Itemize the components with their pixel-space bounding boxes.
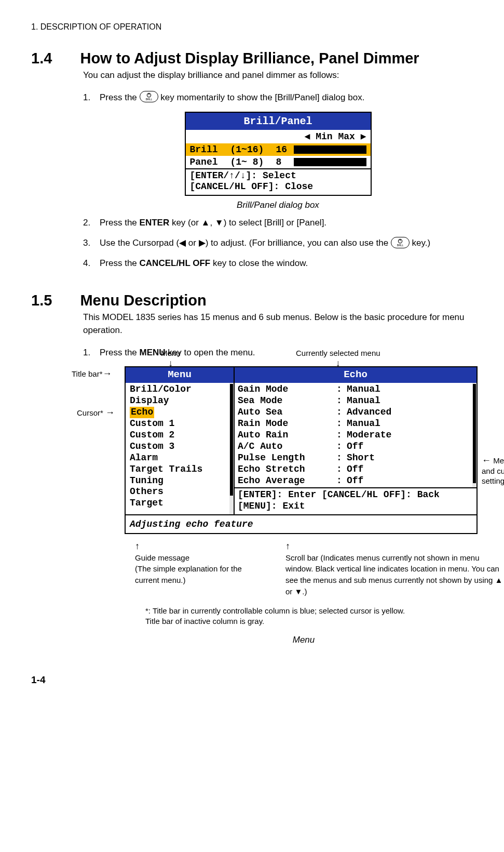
menu-help-box: [ENTER]: Enter [CANCEL/HL OFF]: Back [ME… xyxy=(235,487,476,514)
footnote-line-2: Title bar of inactive column is gray. xyxy=(145,616,503,627)
brill-range: (1~16) xyxy=(230,143,276,156)
step1-a: Press the xyxy=(100,348,140,357)
brill-key-icon-2: BRILL xyxy=(391,237,410,248)
step1-text-b: key momentarily to show the [Brill/Panel… xyxy=(160,92,364,102)
dialog-help: [ENTER/↑/↓]: Select [CANCEL/HL OFF]: Clo… xyxy=(186,168,371,195)
help-line-1: [ENTER/↑/↓]: Select xyxy=(190,170,366,182)
section-number: 1.5 xyxy=(31,289,78,311)
section-1-5: 1.5 Menu Description This MODEL 1835 ser… xyxy=(31,289,473,646)
anno-titlebar: Title bar*→ xyxy=(72,368,112,380)
menu-list[interactable]: Brill/ColorDisplayEchoCustom 1Custom 2Cu… xyxy=(126,383,229,514)
guide-callout-heading: Guide message xyxy=(135,552,254,564)
chapter-header: 1. DESCRIPTION OF OPERATION xyxy=(31,21,473,33)
step4-a: Press the xyxy=(100,258,140,268)
anno-cursor: Cursor* → xyxy=(77,407,115,419)
guide-message: Adjusting echo feature xyxy=(126,514,476,533)
page-number: 1-4 xyxy=(31,673,473,687)
step-1: 1. Press the MENU key to open the menu. xyxy=(83,347,473,360)
setting-row[interactable]: Rain Mode: Manual xyxy=(238,418,469,430)
section-title: Menu Description xyxy=(80,289,206,311)
brill-key-icon: BRILL xyxy=(140,91,158,102)
anno-menu-items: ← Menu items and current settings xyxy=(482,455,504,486)
step4-key: CANCEL/HL OFF xyxy=(140,258,211,268)
menu-left-header: Menu xyxy=(126,367,234,383)
step3-a: Use the Cursorpad (◀ or ▶) to adjust. (F… xyxy=(100,238,388,248)
intro-text: You can adjust the display brilliance an… xyxy=(83,69,473,82)
step-2: 2. Press the ENTER key (or ▲, ▼) to sele… xyxy=(83,217,473,230)
menu-right-column: Echo Gain Mode: ManualSea Mode: ManualAu… xyxy=(235,367,476,514)
dialog-caption: Brill/Panel dialog box xyxy=(83,199,473,212)
left-scrollbar[interactable] xyxy=(229,383,234,514)
step2-c: key (or ▲, ▼) to select [Brill] or [Pane… xyxy=(169,218,326,228)
menu-right-header: Echo xyxy=(235,367,476,383)
menu-figure: Menu↓ Currently selected menu↓ Title bar… xyxy=(104,366,503,646)
section-title: How to Adjust Display Brilliance, Panel … xyxy=(80,47,419,69)
setting-row[interactable]: Auto Sea: Advanced xyxy=(238,407,469,418)
step4-c: key to close the window. xyxy=(210,258,308,268)
panel-row[interactable]: Panel (1~ 8) 8 xyxy=(186,156,371,168)
section-number: 1.4 xyxy=(31,47,78,69)
panel-label: Panel xyxy=(190,155,230,169)
right-scrollbar[interactable] xyxy=(472,383,476,488)
step2-a: Press the xyxy=(100,218,140,228)
panel-bar xyxy=(294,158,366,166)
help-enter: [ENTER]: Enter [CANCEL/HL OFF]: Back xyxy=(238,489,473,501)
setting-row[interactable]: Pulse Length: Short xyxy=(238,452,469,464)
dialog-title: Brill/Panel xyxy=(186,113,371,130)
setting-row[interactable]: Sea Mode: Manual xyxy=(238,395,469,407)
menu-item[interactable]: Custom 1 xyxy=(130,418,226,430)
menu-item[interactable]: Others xyxy=(130,486,226,498)
intro-text: This MODEL 1835 series has 15 menus and … xyxy=(83,311,473,337)
svg-text:BRILL: BRILL xyxy=(145,99,152,101)
arrow-up-icon: ↑ xyxy=(135,539,254,553)
bottom-callouts: ↑ Guide message (The simple explanation … xyxy=(135,539,503,597)
menu-item[interactable]: Target Trails xyxy=(130,464,226,475)
menu-item[interactable]: Custom 3 xyxy=(130,441,226,452)
step-3: 3. Use the Cursorpad (◀ or ▶) to adjust.… xyxy=(83,237,473,250)
brill-panel-dialog: Brill/Panel ◀ Min Max ▶ Brill (1~16) 16 … xyxy=(185,112,372,196)
scrollbar-callout: Scroll bar (Indicates menus currently no… xyxy=(285,552,503,597)
menu-item[interactable]: Custom 2 xyxy=(130,430,226,441)
step2-key: ENTER xyxy=(140,218,170,228)
menu-item[interactable]: Echo xyxy=(130,407,226,418)
menu-item[interactable]: Tuning xyxy=(130,475,226,487)
setting-row[interactable]: Auto Rain: Moderate xyxy=(238,430,469,441)
svg-text:BRILL: BRILL xyxy=(397,244,404,247)
guide-callout-body: (The simple explanation for the current … xyxy=(135,563,254,586)
menu-caption: Menu xyxy=(104,634,503,647)
anno-menu: Menu↓ xyxy=(161,349,181,369)
setting-row[interactable]: A/C Auto: Off xyxy=(238,441,469,452)
panel-value: 8 xyxy=(276,155,292,169)
min-max-labels: ◀ Min Max ▶ xyxy=(186,130,371,143)
brill-label: Brill xyxy=(190,143,230,156)
help-exit: [MENU]: Exit xyxy=(238,501,473,512)
footnote: *: Title bar in currently controllable c… xyxy=(145,606,503,627)
menu-item[interactable]: Display xyxy=(130,395,226,407)
setting-row[interactable]: Echo Average: Off xyxy=(238,475,469,487)
arrow-up-icon: ↑ xyxy=(285,539,503,553)
brill-bar xyxy=(294,145,366,154)
section-1-4: 1.4 How to Adjust Display Brilliance, Pa… xyxy=(31,47,473,270)
step3-b: key.) xyxy=(412,238,431,248)
help-line-2: [CANCEL/HL OFF]: Close xyxy=(190,181,366,193)
step-1: 1. Press the BRILL key momentarily to sh… xyxy=(83,91,473,104)
setting-row[interactable]: Echo Stretch: Off xyxy=(238,464,469,475)
menu-item[interactable]: Brill/Color xyxy=(130,384,226,395)
brill-row[interactable]: Brill (1~16) 16 xyxy=(186,143,371,156)
menu-item[interactable]: Alarm xyxy=(130,452,226,464)
menu-left-column: Menu Brill/ColorDisplayEchoCustom 1Custo… xyxy=(126,367,235,514)
anno-currently-selected: Currently selected menu↓ xyxy=(296,349,380,369)
brill-value: 16 xyxy=(276,143,292,156)
step-4: 4. Press the CANCEL/HL OFF key to close … xyxy=(83,257,473,270)
menu-item[interactable]: Target xyxy=(130,498,226,509)
footnote-line-1: *: Title bar in currently controllable c… xyxy=(145,606,503,616)
step1-text-a: Press the xyxy=(100,92,137,102)
panel-range: (1~ 8) xyxy=(230,155,276,169)
menu-settings-list[interactable]: Gain Mode: ManualSea Mode: ManualAuto Se… xyxy=(235,383,472,488)
menu-window: Menu Brill/ColorDisplayEchoCustom 1Custo… xyxy=(125,366,478,534)
setting-row[interactable]: Gain Mode: Manual xyxy=(238,384,469,395)
